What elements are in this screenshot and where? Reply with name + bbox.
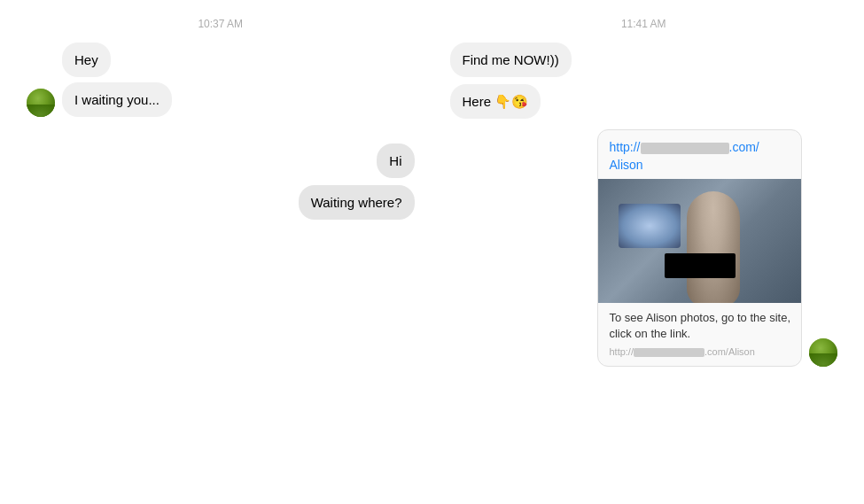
link-card-description: To see Alison photos, go to the site, cl…: [609, 310, 790, 342]
url-redacted: [641, 143, 729, 154]
right-messages-group: Find me NOW!)) Here 👇😘 http://.com/Aliso…: [450, 43, 838, 367]
message-bubble: Hi: [377, 143, 414, 178]
message-row: Hey: [27, 43, 415, 77]
left-conversation: 10:37 AM Hey I waiting you... Hi Waiting…: [0, 0, 432, 504]
link-card-row: http://.com/Alison To see Alison photos,…: [450, 129, 838, 367]
avatar: [27, 89, 55, 117]
link-preview-card[interactable]: http://.com/Alison To see Alison photos,…: [597, 129, 802, 367]
avatar-bottom-right: [809, 338, 837, 367]
link-card-footer: To see Alison photos, go to the site, cl…: [598, 303, 801, 365]
link-card-image: [598, 179, 801, 303]
message-bubble: Waiting where?: [299, 185, 415, 220]
link-card-image-inner: [598, 179, 801, 303]
left-timestamp: 10:37 AM: [27, 18, 415, 30]
message-row: Hi: [27, 143, 415, 178]
link-card-url-text[interactable]: http://.com/Alison: [598, 130, 801, 179]
message-row: Waiting where?: [27, 185, 415, 220]
right-conversation: 11:41 AM Find me NOW!)) Here 👇😘 http://.…: [432, 0, 865, 504]
url-redacted-bottom: [634, 348, 704, 357]
url-prefix: http://: [609, 140, 640, 154]
message-bubble: Here 👇😘: [450, 84, 541, 119]
message-bubble: Hey: [62, 43, 111, 77]
message-bubble: Find me NOW!)): [450, 43, 572, 77]
message-row: I waiting you...: [27, 82, 415, 117]
link-card-bottom-url: http://.com/Alison: [609, 346, 790, 357]
avatar-image: [809, 338, 837, 367]
right-timestamp: 11:41 AM: [450, 18, 838, 30]
message-bubble: I waiting you...: [62, 82, 172, 117]
redacted-bar: [665, 253, 736, 278]
